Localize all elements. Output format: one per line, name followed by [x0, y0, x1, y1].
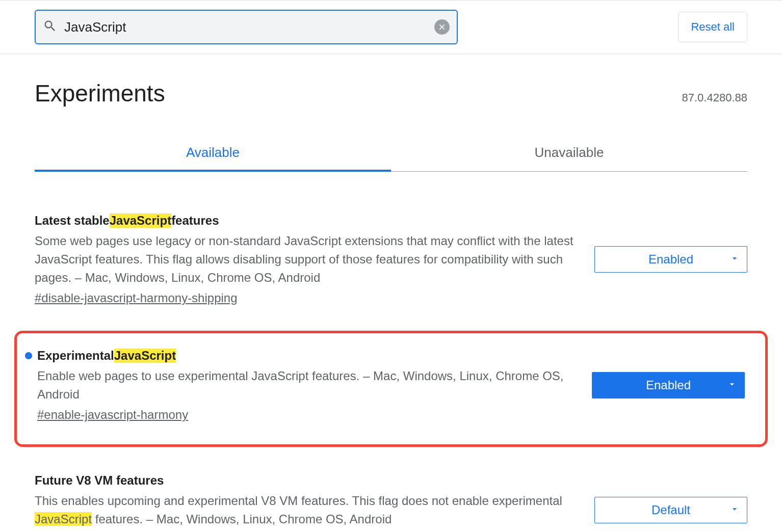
flag-desc-pre: This enables upcoming and experimental V… — [35, 494, 562, 508]
search-icon — [43, 19, 57, 35]
flag-title-highlight: JavaScript — [110, 214, 171, 228]
chevron-down-icon — [727, 378, 737, 392]
flag-text: Experimental JavaScript Enable web pages… — [37, 349, 577, 422]
clear-search-button[interactable] — [434, 19, 450, 35]
flags-list: Latest stable JavaScript features Some w… — [35, 202, 747, 532]
search-input[interactable] — [57, 19, 434, 35]
flag-item: Future V8 VM features This enables upcom… — [35, 462, 747, 532]
flag-select-value: Enabled — [648, 252, 693, 267]
flag-title-pre: Experimental — [37, 349, 114, 363]
tabs: Available Unavailable — [35, 136, 747, 172]
flag-title: Experimental JavaScript — [37, 349, 577, 363]
version-label: 87.0.4280.88 — [682, 91, 747, 104]
highlight-annotation-box: Experimental JavaScript Enable web pages… — [14, 331, 768, 447]
flag-select-value: Enabled — [646, 378, 691, 392]
flag-title: Latest stable JavaScript features — [35, 214, 575, 228]
flag-item: Experimental JavaScript Enable web pages… — [37, 349, 745, 422]
flag-select[interactable]: Enabled — [592, 372, 745, 398]
flag-description: Enable web pages to use experimental Jav… — [37, 367, 577, 404]
top-bar: Reset all — [0, 0, 782, 54]
flag-text: Latest stable JavaScript features Some w… — [35, 214, 575, 305]
flag-select-value: Default — [651, 503, 690, 517]
flag-description: Some web pages use legacy or non-standar… — [35, 232, 575, 287]
flag-title: Future V8 VM features — [35, 473, 575, 488]
flag-item: Latest stable JavaScript features Some w… — [35, 202, 747, 305]
title-row: Experiments 87.0.4280.88 — [35, 79, 747, 107]
flag-link[interactable]: #enable-javascript-harmony — [37, 408, 188, 422]
tab-unavailable[interactable]: Unavailable — [391, 136, 747, 171]
page-title: Experiments — [35, 79, 165, 107]
chevron-down-icon — [729, 503, 740, 517]
flag-desc-highlight: JavaScript — [35, 512, 92, 526]
close-icon — [437, 22, 447, 32]
flag-select[interactable]: Default — [594, 497, 747, 523]
content: Experiments 87.0.4280.88 Available Unava… — [0, 79, 782, 532]
flag-title-post: features — [171, 214, 219, 228]
flag-desc-post: features. – Mac, Windows, Linux, Chrome … — [92, 512, 392, 526]
reset-all-button[interactable]: Reset all — [678, 12, 747, 42]
flag-title-pre: Latest stable — [35, 214, 110, 228]
search-box[interactable] — [35, 10, 458, 44]
flag-title-highlight: JavaScript — [114, 349, 176, 363]
flag-text: Future V8 VM features This enables upcom… — [35, 473, 575, 532]
modified-dot-icon — [25, 352, 32, 359]
chevron-down-icon — [729, 252, 740, 267]
flag-title-pre: Future V8 VM features — [35, 473, 164, 488]
flag-description: This enables upcoming and experimental V… — [35, 492, 575, 528]
tab-available[interactable]: Available — [35, 136, 391, 172]
flag-link[interactable]: #disable-javascript-harmony-shipping — [35, 291, 238, 305]
flag-select[interactable]: Enabled — [594, 246, 747, 273]
